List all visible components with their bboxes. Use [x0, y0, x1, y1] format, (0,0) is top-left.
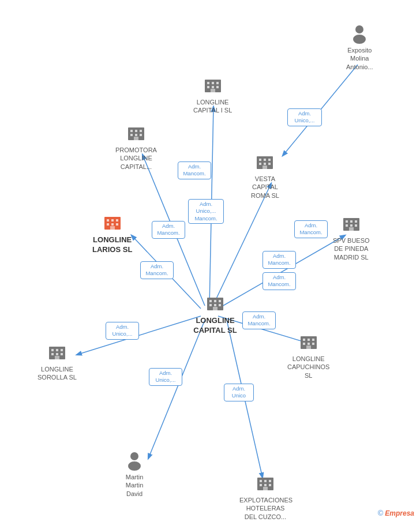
badge-adm-unico-mancom[interactable]: Adm.Unico,...Mancom.	[188, 199, 224, 224]
svg-rect-48	[268, 163, 271, 165]
svg-rect-20	[111, 219, 114, 221]
svg-rect-35	[130, 130, 133, 132]
svg-rect-81	[263, 487, 268, 490]
svg-rect-60	[56, 349, 58, 351]
graph-canvas: LONGLINE CAPITAL SL LONGLINELARIOS SL LO	[0, 0, 420, 522]
badge-adm-unico-4[interactable]: Adm.Unico	[224, 384, 254, 401]
svg-rect-62	[51, 353, 54, 355]
svg-rect-79	[264, 484, 267, 486]
svg-rect-64	[61, 353, 63, 355]
svg-rect-37	[140, 130, 142, 132]
node-longline-capital-sl[interactable]: LONGLINE CAPITAL SL	[189, 293, 241, 336]
svg-rect-53	[355, 220, 357, 223]
svg-rect-76	[264, 480, 267, 482]
svg-rect-36	[135, 130, 137, 132]
brand-name: Empresa	[385, 509, 414, 517]
svg-rect-59	[51, 349, 54, 351]
promotora-longline-label: PROMOTORALONGLINECAPITAL...	[115, 146, 157, 171]
longline-capital-i-sl-label: LONGLINECAPITAL I SL	[193, 98, 232, 115]
svg-point-84	[355, 25, 363, 33]
svg-rect-63	[56, 353, 58, 355]
svg-rect-75	[260, 480, 262, 482]
badge-adm-mancom-1[interactable]: Adm.Mancom.	[178, 162, 211, 179]
node-martin-martin-david[interactable]: MartinMartinDavid	[124, 450, 145, 498]
badge-adm-mancom-7[interactable]: Adm.Mancom.	[242, 311, 276, 329]
watermark: © Empresa	[378, 509, 414, 517]
badge-adm-mancom-3[interactable]: Adm.Mancom.	[140, 261, 174, 279]
svg-rect-56	[355, 224, 357, 227]
svg-point-83	[128, 461, 141, 471]
svg-rect-32	[216, 86, 219, 88]
longline-capuchinos-sl-label: LONGLINECAPUCHINOSSL	[287, 355, 329, 380]
badge-adm-unico-1[interactable]: Adm.Unico,...	[287, 108, 322, 126]
svg-rect-39	[135, 134, 137, 136]
svg-rect-30	[207, 86, 209, 88]
svg-rect-67	[303, 339, 305, 341]
svg-rect-51	[346, 220, 348, 223]
longline-larios-sl-label: LONGLINELARIOS SL	[92, 235, 132, 255]
node-longline-capital-i-sl[interactable]: LONGLINECAPITAL I SL	[193, 75, 232, 115]
explotaciones-hoteleras-label: EXPLOTACIONESHOTELERASDEL CUZCO...	[239, 496, 291, 521]
svg-rect-40	[140, 134, 142, 136]
martin-martin-david-label: MartinMartinDavid	[126, 473, 144, 498]
svg-rect-77	[269, 480, 271, 482]
node-explotaciones-hoteleras[interactable]: EXPLOTACIONESHOTELERASDEL CUZCO...	[239, 473, 291, 521]
copyright-symbol: ©	[378, 509, 384, 517]
svg-rect-71	[308, 343, 310, 345]
svg-rect-31	[212, 86, 214, 88]
svg-rect-49	[262, 166, 267, 169]
svg-rect-24	[116, 223, 118, 226]
svg-rect-28	[212, 82, 214, 84]
badge-adm-unico-3[interactable]: Adm.Unico,...	[149, 368, 182, 386]
badge-adm-mancom-2[interactable]: Adm.Mancom.	[152, 221, 185, 239]
svg-rect-65	[55, 356, 59, 359]
badge-adm-mancom-5[interactable]: Adm.Mancom.	[262, 272, 296, 290]
svg-point-82	[130, 452, 138, 460]
svg-rect-17	[213, 307, 217, 310]
svg-rect-21	[116, 219, 118, 221]
svg-rect-80	[269, 484, 271, 486]
svg-rect-27	[207, 82, 209, 84]
svg-rect-61	[61, 349, 63, 351]
spv-bueso-label: SPV BUESODE PINEDAMADRID SL	[333, 236, 370, 261]
svg-rect-69	[312, 339, 314, 341]
node-promotora-longline[interactable]: PROMOTORALONGLINECAPITAL...	[115, 123, 157, 171]
svg-rect-78	[260, 484, 262, 486]
node-exposito-molina[interactable]: ExpositoMolinaAntonio...	[346, 23, 373, 71]
exposito-molina-label: ExpositoMolinaAntonio...	[346, 46, 373, 71]
badge-adm-mancom-6[interactable]: Adm.Mancom.	[294, 220, 328, 238]
svg-rect-54	[346, 224, 348, 227]
node-spv-bueso[interactable]: SPV BUESODE PINEDAMADRID SL	[333, 213, 370, 261]
node-longline-larios-sl[interactable]: LONGLINELARIOS SL	[92, 212, 132, 255]
badge-adm-unico-2[interactable]: Adm.Unico,...	[106, 322, 139, 340]
svg-rect-72	[312, 343, 314, 345]
svg-line-8	[148, 320, 205, 459]
svg-rect-16	[219, 304, 221, 306]
svg-rect-73	[306, 346, 311, 349]
svg-rect-19	[107, 219, 109, 221]
svg-rect-47	[264, 163, 266, 165]
svg-rect-22	[107, 223, 109, 226]
svg-rect-38	[130, 134, 133, 136]
svg-rect-23	[111, 223, 114, 226]
badge-adm-mancom-4[interactable]: Adm.Mancom.	[262, 251, 296, 269]
vesta-capital-roma-sl-label: VESTACAPITALROMA SL	[251, 175, 279, 200]
svg-rect-11	[209, 300, 212, 302]
svg-rect-14	[209, 304, 212, 306]
svg-rect-25	[110, 226, 115, 230]
longline-sorolla-sl-label: LONGLINESOROLLA SL	[38, 365, 77, 382]
svg-rect-45	[268, 159, 271, 161]
svg-rect-70	[303, 343, 305, 345]
node-longline-capuchinos-sl[interactable]: LONGLINECAPUCHINOSSL	[287, 332, 329, 380]
svg-rect-12	[214, 300, 216, 302]
svg-rect-15	[214, 304, 216, 306]
svg-rect-68	[308, 339, 310, 341]
node-vesta-capital-roma-sl[interactable]: VESTACAPITALROMA SL	[251, 152, 279, 200]
svg-rect-29	[216, 82, 219, 84]
node-longline-sorolla-sl[interactable]: LONGLINESOROLLA SL	[38, 342, 77, 382]
svg-rect-41	[134, 137, 138, 140]
svg-rect-13	[219, 300, 221, 302]
svg-rect-55	[350, 224, 352, 227]
svg-point-85	[353, 35, 366, 44]
svg-rect-52	[350, 220, 352, 223]
